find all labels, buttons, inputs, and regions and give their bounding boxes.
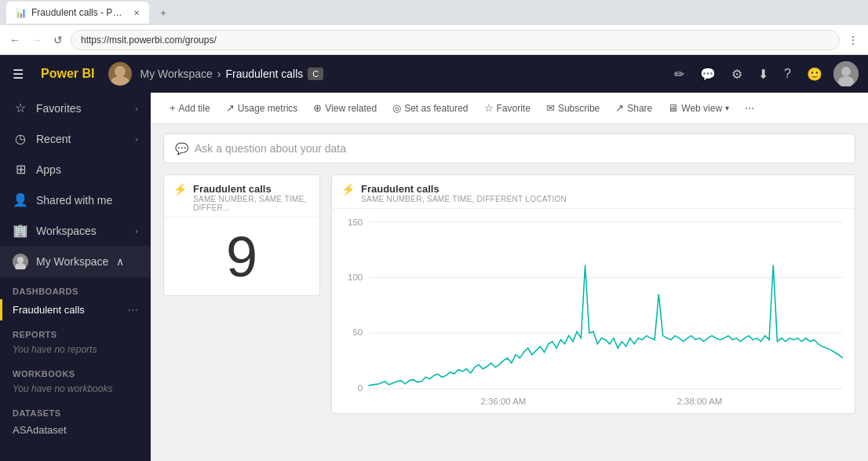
favorites-chevron: › bbox=[135, 104, 138, 113]
hamburger-icon[interactable]: ☰ bbox=[9, 64, 27, 85]
chart-tile-header: ⚡ Fraudulent calls SAME NUMBER, SAME TIM… bbox=[332, 175, 855, 209]
user-avatar bbox=[108, 62, 132, 86]
current-page-title: Fraudulent calls bbox=[225, 68, 303, 80]
recent-label: Recent bbox=[36, 133, 127, 145]
favorite-icon: ☆ bbox=[484, 102, 494, 114]
browser-chrome: 📊 Fraudulent calls - Power ✕ + ← → ↺ htt… bbox=[0, 0, 868, 55]
top-bar: ☰ Power BI My Workspace › Fraudulent cal… bbox=[0, 55, 868, 93]
forward-button[interactable]: → bbox=[28, 31, 46, 49]
shared-label: Shared with me bbox=[36, 194, 138, 207]
power-bi-logo: Power BI bbox=[41, 67, 94, 81]
svg-point-1 bbox=[111, 76, 129, 86]
usage-metrics-label: Usage metrics bbox=[238, 103, 298, 114]
qa-icon: 💬 bbox=[175, 142, 188, 155]
my-workspace-icon bbox=[13, 254, 28, 269]
tile-bolt-icon: ⚡ bbox=[173, 183, 187, 196]
favorite-label: Favorite bbox=[497, 103, 531, 114]
subscribe-label: Subscribe bbox=[558, 103, 600, 114]
back-button[interactable]: ← bbox=[6, 31, 24, 49]
favorite-button[interactable]: ☆ Favorite bbox=[478, 99, 537, 117]
sidebar-item-shared[interactable]: 👤 Shared with me bbox=[0, 185, 151, 215]
web-view-button[interactable]: 🖥 Web view ▾ bbox=[662, 99, 735, 117]
qa-bar[interactable]: 💬 Ask a question about your data bbox=[163, 134, 855, 163]
app-container: ☰ Power BI My Workspace › Fraudulent cal… bbox=[0, 55, 868, 461]
more-options-button[interactable]: ⋯ bbox=[739, 100, 760, 117]
web-view-label: Web view bbox=[681, 103, 722, 114]
chart-container: 150 100 50 0 bbox=[332, 209, 855, 429]
qa-placeholder: Ask a question about your data bbox=[195, 142, 346, 155]
tiles-row: ⚡ Fraudulent calls SAME NUMBER, SAME TIM… bbox=[163, 174, 855, 414]
share-button[interactable]: ↗ Share bbox=[609, 99, 658, 117]
svg-point-6 bbox=[17, 257, 24, 263]
recent-icon: ◷ bbox=[13, 131, 28, 146]
svg-text:0: 0 bbox=[358, 383, 363, 393]
reports-section-header: REPORTS bbox=[0, 324, 151, 342]
tab-title: Fraudulent calls - Power bbox=[31, 7, 126, 18]
workspaces-label: Workspaces bbox=[36, 225, 127, 237]
chart-tile-title: Fraudulent calls bbox=[361, 183, 567, 195]
sidebar-item-apps[interactable]: ⊞ Apps bbox=[0, 154, 151, 185]
number-tile-title-group: Fraudulent calls SAME NUMBER, SAME TIME,… bbox=[193, 183, 310, 212]
sidebar-item-recent[interactable]: ◷ Recent › bbox=[0, 123, 151, 154]
view-related-button[interactable]: ⊕ View related bbox=[307, 99, 383, 117]
dashboard-item-menu[interactable]: ⋯ bbox=[128, 304, 138, 316]
more-options-icon: ⋯ bbox=[745, 103, 754, 114]
breadcrumb: My Workspace › Fraudulent calls C bbox=[140, 68, 662, 80]
sidebar-item-favorites[interactable]: ☆ Favorites › bbox=[0, 93, 151, 123]
number-tile-title: Fraudulent calls bbox=[193, 183, 310, 195]
tab-close[interactable]: ✕ bbox=[133, 9, 140, 17]
dashboards-section-header: DASHBOARDS bbox=[0, 280, 151, 299]
apps-label: Apps bbox=[36, 163, 138, 176]
view-related-label: View related bbox=[325, 103, 377, 114]
new-tab-button[interactable]: + bbox=[152, 3, 174, 22]
breadcrumb-separator: › bbox=[217, 68, 221, 80]
set-featured-icon: ◎ bbox=[392, 102, 401, 114]
chart-bolt-icon: ⚡ bbox=[341, 183, 355, 196]
svg-text:2:38:00 AM: 2:38:00 AM bbox=[677, 397, 723, 406]
active-tab[interactable]: 📊 Fraudulent calls - Power ✕ bbox=[6, 2, 149, 24]
svg-point-3 bbox=[841, 67, 851, 76]
sidebar: ☆ Favorites › ◷ Recent › ⊞ Apps 👤 Shared… bbox=[0, 93, 151, 461]
my-workspace-chevron: ∧ bbox=[116, 255, 124, 268]
chart-tile-subtitle: SAME NUMBER, SAME TIME, DIFFERENT LOCATI… bbox=[361, 195, 567, 203]
chat-icon[interactable]: 💬 bbox=[695, 64, 720, 85]
svg-text:100: 100 bbox=[348, 272, 363, 281]
svg-text:2:36:00 AM: 2:36:00 AM bbox=[480, 397, 526, 406]
asadataset-item[interactable]: ASAdataset bbox=[0, 421, 151, 441]
chart-tile-title-group: Fraudulent calls SAME NUMBER, SAME TIME,… bbox=[361, 183, 567, 203]
sidebar-item-workspaces[interactable]: 🏢 Workspaces › bbox=[0, 215, 151, 246]
usage-metrics-button[interactable]: ↗ Usage metrics bbox=[220, 99, 305, 117]
refresh-button[interactable]: ↺ bbox=[50, 31, 66, 49]
chart-tile: ⚡ Fraudulent calls SAME NUMBER, SAME TIM… bbox=[331, 174, 855, 414]
reports-empty: You have no reports bbox=[0, 342, 151, 360]
dashboard-item-label: Fraudulent calls bbox=[13, 304, 85, 316]
browser-menu-button[interactable]: ⋮ bbox=[844, 31, 862, 49]
add-tile-label: Add tile bbox=[179, 103, 210, 114]
set-featured-label: Set as featured bbox=[404, 103, 468, 114]
workspaces-chevron: › bbox=[135, 226, 138, 236]
smiley-icon[interactable]: 🙂 bbox=[802, 64, 827, 85]
fraudulent-calls-dashboard[interactable]: Fraudulent calls ⋯ bbox=[0, 299, 151, 320]
user-profile-icon[interactable] bbox=[833, 61, 859, 86]
help-icon[interactable]: ? bbox=[779, 64, 796, 84]
settings-icon[interactable]: ⚙ bbox=[727, 64, 747, 85]
top-bar-actions: ✏ 💬 ⚙ ⬇ ? 🙂 bbox=[669, 61, 859, 86]
svg-point-0 bbox=[115, 66, 126, 77]
apps-icon: ⊞ bbox=[13, 162, 28, 177]
share-label: Share bbox=[627, 103, 652, 114]
sidebar-my-workspace[interactable]: My Workspace ∧ bbox=[0, 246, 151, 277]
browser-tabs: 📊 Fraudulent calls - Power ✕ + bbox=[0, 0, 868, 25]
subscribe-button[interactable]: ✉ Subscribe bbox=[540, 99, 606, 117]
download-icon[interactable]: ⬇ bbox=[753, 64, 773, 85]
workbooks-empty: You have no workbooks bbox=[0, 382, 151, 399]
set-featured-button[interactable]: ◎ Set as featured bbox=[386, 99, 474, 117]
workspace-link[interactable]: My Workspace bbox=[140, 68, 212, 80]
address-bar[interactable]: https://msit.powerbi.com/groups/ bbox=[71, 30, 840, 50]
number-tile-body: 9 bbox=[164, 218, 319, 295]
add-tile-icon: + bbox=[170, 102, 176, 114]
main-layout: ☆ Favorites › ◷ Recent › ⊞ Apps 👤 Shared… bbox=[0, 93, 868, 461]
add-tile-button[interactable]: + Add tile bbox=[163, 99, 217, 117]
svg-text:50: 50 bbox=[352, 327, 363, 337]
datasets-section-header: DATASETS bbox=[0, 402, 151, 421]
edit-icon[interactable]: ✏ bbox=[669, 64, 689, 85]
